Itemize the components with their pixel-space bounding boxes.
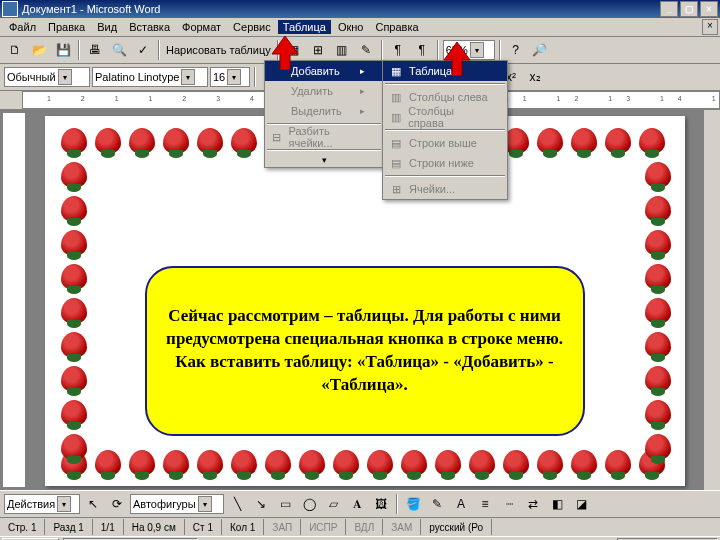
rose-decoration (127, 448, 157, 478)
doc-map-icon[interactable]: ¶ (387, 39, 409, 61)
line-icon[interactable]: ╲ (226, 493, 248, 515)
menu-help[interactable]: Справка (370, 20, 423, 34)
rect-icon[interactable]: ▭ (274, 493, 296, 515)
oval-icon[interactable]: ◯ (298, 493, 320, 515)
rose-decoration (637, 126, 667, 156)
autoshapes-combo[interactable]: Автофигуры▾ (130, 494, 224, 514)
rose-decoration (297, 448, 327, 478)
wordart-icon[interactable]: 𝐀 (346, 493, 368, 515)
font-combo[interactable]: Palatino Linotype ▾ (92, 67, 208, 87)
rose-decoration (229, 448, 259, 478)
rose-decoration (535, 126, 565, 156)
menu-window[interactable]: Окно (333, 20, 369, 34)
rose-decoration (195, 448, 225, 478)
fontsize-combo[interactable]: 16 ▾ (210, 67, 250, 87)
rose-decoration (331, 448, 361, 478)
menu-item-select[interactable]: Выделить ▸ (265, 101, 383, 121)
rose-decoration (467, 448, 497, 478)
window-title: Документ1 - Microsoft Word (22, 3, 658, 15)
rose-decoration (643, 432, 673, 462)
rose-decoration (643, 330, 673, 360)
font-color2-icon[interactable]: A (450, 493, 472, 515)
status-line: Ст 1 (185, 519, 222, 535)
drawing-icon[interactable]: ✎ (355, 39, 377, 61)
fontsize-value: 16 (213, 71, 225, 83)
line-style-icon[interactable]: ≡ (474, 493, 496, 515)
rose-decoration (195, 126, 225, 156)
submenu-item-cells[interactable]: ⊞ Ячейки... (383, 179, 507, 199)
rose-decoration (569, 126, 599, 156)
status-zam: ЗАМ (383, 519, 421, 535)
maximize-button[interactable]: ▢ (680, 1, 698, 17)
status-page: Стр. 1 (0, 519, 45, 535)
subscript-icon[interactable]: x₂ (524, 66, 546, 88)
close-button[interactable]: × (700, 1, 718, 17)
submenu-item-rows-below[interactable]: ▤ Строки ниже (383, 153, 507, 173)
select-cursor-icon[interactable]: ↖ (82, 493, 104, 515)
submenu-item-cols-left[interactable]: ▥ Столбцы слева (383, 87, 507, 107)
rose-decoration (603, 126, 633, 156)
vertical-ruler[interactable] (2, 112, 26, 488)
rose-decoration (93, 126, 123, 156)
columns-icon[interactable]: ▥ (331, 39, 353, 61)
rose-decoration (59, 330, 89, 360)
help-icon[interactable]: ? (505, 39, 527, 61)
cells-icon: ⊞ (387, 181, 405, 197)
doc-close-button[interactable]: × (702, 19, 718, 35)
chevron-down-icon[interactable]: ▾ (58, 69, 72, 85)
insert-excel-icon[interactable]: ⊞ (307, 39, 329, 61)
rose-decoration (643, 364, 673, 394)
submenu-item-cols-right[interactable]: ▥ Столбцы справа (383, 107, 507, 127)
spellcheck-icon[interactable]: ✓ (132, 39, 154, 61)
line-color-icon[interactable]: ✎ (426, 493, 448, 515)
menu-file[interactable]: Файл (4, 20, 41, 34)
chevron-down-icon[interactable]: ▾ (227, 69, 241, 85)
arrow-style-icon[interactable]: ⇄ (522, 493, 544, 515)
minimize-button[interactable]: _ (660, 1, 678, 17)
split-cells-icon: ⊟ (269, 129, 285, 145)
rose-decoration (569, 448, 599, 478)
callout-shape[interactable]: Сейчас рассмотрим – таблицы. Для работы … (145, 266, 585, 436)
arrow-icon[interactable]: ↘ (250, 493, 272, 515)
open-icon[interactable]: 📂 (28, 39, 50, 61)
menu-item-delete[interactable]: Удалить ▸ (265, 81, 383, 101)
new-doc-icon[interactable]: 🗋 (4, 39, 26, 61)
rose-decoration (501, 448, 531, 478)
clipart-icon[interactable]: 🖼 (370, 493, 392, 515)
fill-color-icon[interactable]: 🪣 (402, 493, 424, 515)
font-value: Palatino Linotype (95, 71, 179, 83)
menu-format[interactable]: Формат (177, 20, 226, 34)
rose-decoration (161, 126, 191, 156)
title-bar: Документ1 - Microsoft Word _ ▢ × (0, 0, 720, 18)
menu-service[interactable]: Сервис (228, 20, 276, 34)
actions-combo[interactable]: Действия▾ (4, 494, 80, 514)
show-all-icon[interactable]: ¶ (411, 39, 433, 61)
rotate-icon[interactable]: ⟳ (106, 493, 128, 515)
menu-item-split-cells[interactable]: ⊟ Разбить ячейки... (265, 127, 383, 147)
save-icon[interactable]: 💾 (52, 39, 74, 61)
vertical-scrollbar[interactable] (703, 110, 720, 490)
status-pages: 1/1 (93, 519, 124, 535)
chevron-down-icon[interactable]: ▾ (181, 69, 195, 85)
style-combo[interactable]: Обычный ▾ (4, 67, 90, 87)
print-icon[interactable]: 🖶 (84, 39, 106, 61)
menu-edit[interactable]: Правка (43, 20, 90, 34)
rose-decoration (263, 448, 293, 478)
preview-icon[interactable]: 🔍 (108, 39, 130, 61)
table-icon: ▦ (387, 63, 405, 79)
drawing-toolbar: Действия▾ ↖ ⟳ Автофигуры▾ ╲ ↘ ▭ ◯ ▱ 𝐀 🖼 … (0, 490, 720, 517)
menu-view[interactable]: Вид (92, 20, 122, 34)
binoculars-icon[interactable]: 🔎 (529, 39, 551, 61)
menu-expand-chevron[interactable]: ▾ (265, 153, 383, 167)
shadow-icon[interactable]: ◧ (546, 493, 568, 515)
menu-insert[interactable]: Вставка (124, 20, 175, 34)
dash-style-icon[interactable]: ┈ (498, 493, 520, 515)
textbox-icon[interactable]: ▱ (322, 493, 344, 515)
3d-icon[interactable]: ◪ (570, 493, 592, 515)
menu-table[interactable]: Таблица (278, 20, 331, 34)
table-menu-dropdown: Добавить ▸ Удалить ▸ Выделить ▸ ⊟ Разбит… (264, 60, 384, 168)
submenu-item-rows-above[interactable]: ▤ Строки выше (383, 133, 507, 153)
rose-decoration (643, 398, 673, 428)
chevron-right-icon: ▸ (360, 66, 365, 76)
menu-bar: Файл Правка Вид Вставка Формат Сервис Та… (0, 18, 720, 37)
